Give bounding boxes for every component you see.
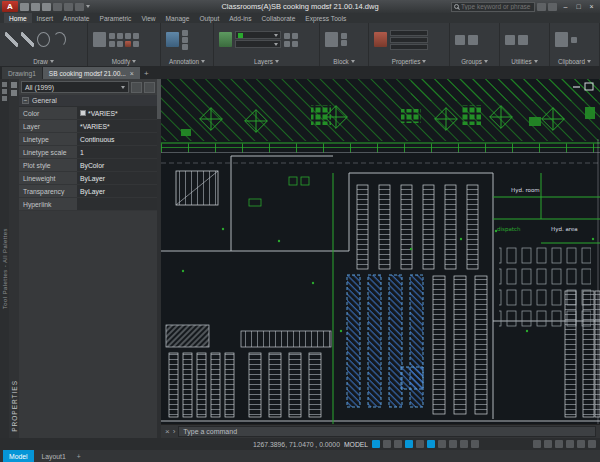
search-box[interactable] [451,2,535,12]
palette-list-icon[interactable] [2,96,7,101]
quick-access-dropdown-icon[interactable] [86,5,90,8]
palette-pin-icon[interactable] [2,82,7,87]
tab-home[interactable]: Home [4,13,32,23]
rotate-tool-icon[interactable] [125,33,131,39]
property-row-color[interactable]: Color *VARIES* [19,107,157,120]
palette-title-bar[interactable]: PROPERTIES [9,79,19,438]
lineweight-toggle-icon[interactable] [460,440,468,448]
move-tool-icon[interactable] [93,32,106,47]
palette-autohide-icon[interactable] [11,82,17,88]
property-row-lineweight[interactable]: Lineweight ByLayer [19,172,157,185]
dynamic-input-toggle-icon[interactable] [449,440,457,448]
clipboard-panel-label[interactable]: Clipboard [550,56,599,66]
dimension-tool-icon[interactable] [182,30,188,36]
modify-panel-label[interactable]: Modify [88,56,160,66]
scale-tool-icon[interactable] [109,41,115,47]
app-menu-button[interactable]: A [2,1,18,12]
palette-properties-icon[interactable] [11,90,17,96]
properties-panel-label[interactable]: Properties [369,56,449,66]
layer-freeze-icon[interactable] [292,33,298,39]
erase-tool-icon[interactable] [125,41,131,47]
property-row-transparency[interactable]: Transparency ByLayer [19,185,157,198]
utilities-panel-label[interactable]: Utilities [500,56,549,66]
layers-panel-label[interactable]: Layers [214,56,319,66]
new-drawing-tab-button[interactable]: + [141,68,152,79]
stretch-tool-icon[interactable] [117,33,123,39]
drawing-canvas[interactable]: Hyd. room dispatch Hyd. area [161,79,600,424]
linetype-dropdown[interactable] [390,37,428,43]
draw-panel-label[interactable]: Draw [0,56,87,66]
tab-addins[interactable]: Add-ins [224,13,256,23]
isolate-objects-icon[interactable] [577,440,585,448]
explode-tool-icon[interactable] [133,41,139,47]
undo-icon[interactable] [64,3,73,11]
quick-properties-icon[interactable] [566,440,574,448]
block-panel-label[interactable]: Block [320,56,368,66]
layer-properties-icon[interactable] [219,32,232,47]
command-line[interactable]: × › Type a command [161,424,600,438]
match-properties-icon[interactable] [374,32,387,47]
property-row-hyperlink[interactable]: Hyperlink [19,198,157,211]
pallet-grid[interactable] [499,247,591,331]
tab-express-tools[interactable]: Express Tools [300,13,351,23]
layout1-tab[interactable]: Layout1 [36,450,72,462]
otrack-toggle-icon[interactable] [438,440,446,448]
copy-tool-icon[interactable] [109,33,115,39]
general-section-header[interactable]: − General [19,95,157,107]
trim-tool-icon[interactable] [117,41,123,47]
layer-lock-icon[interactable] [284,41,290,47]
maximize-button[interactable]: □ [572,1,585,12]
tab-collaborate[interactable]: Collaborate [257,13,301,23]
units-icon[interactable] [555,440,563,448]
line-tool-icon[interactable] [5,32,18,47]
snap-toggle-icon[interactable] [383,440,391,448]
toggle-pickadd-icon[interactable] [131,82,142,93]
open-file-icon[interactable] [31,3,40,11]
model-space-label[interactable]: MODEL [344,441,368,448]
edit-block-icon[interactable] [341,40,347,46]
ungroup-icon[interactable] [468,35,478,45]
command-input[interactable]: Type a command [178,426,596,437]
leader-tool-icon[interactable] [182,37,188,43]
clean-screen-icon[interactable] [588,440,596,448]
sign-in-icon[interactable] [537,3,546,11]
color-dropdown[interactable] [390,30,428,36]
new-layout-icon[interactable]: + [74,453,84,460]
model-tab[interactable]: Model [3,450,34,462]
lineweight-dropdown[interactable] [390,44,428,50]
insert-block-icon[interactable] [325,32,338,47]
redo-icon[interactable] [75,3,84,11]
paste-icon[interactable] [555,32,568,47]
tool-palettes-strip[interactable]: Tool Palettes - All Palettes [0,79,9,438]
property-row-linetype-scale[interactable]: Linetype scale 1 [19,146,157,159]
copy-clip-icon[interactable] [571,37,577,43]
group-icon[interactable] [455,35,465,45]
layer-state-dropdown[interactable] [235,40,281,48]
help-icon[interactable] [548,3,557,11]
quick-select-icon[interactable] [144,82,155,93]
selection-filter-dropdown[interactable]: All (1999) [21,81,129,93]
property-row-linetype[interactable]: Linetype Continuous [19,133,157,146]
quick-select-tool-icon[interactable] [518,35,528,45]
circle-tool-icon[interactable] [37,32,50,47]
tab-view[interactable]: View [136,13,160,23]
search-input[interactable] [461,3,532,10]
table-tool-icon[interactable] [182,44,188,50]
arc-tool-icon[interactable] [53,32,66,47]
layer-off-icon[interactable] [284,33,290,39]
file-tab-drawing1[interactable]: Drawing1 [2,67,42,79]
mirror-tool-icon[interactable] [133,33,139,39]
tab-output[interactable]: Output [194,13,224,23]
annotation-scale-icon[interactable] [533,440,541,448]
isodraft-toggle-icon[interactable] [416,440,424,448]
polyline-tool-icon[interactable] [21,32,34,47]
property-row-layer[interactable]: Layer *VARIES* [19,120,157,133]
save-icon[interactable] [42,3,51,11]
layer-dropdown[interactable] [235,31,281,39]
palette-gear-icon[interactable] [2,89,7,94]
new-file-icon[interactable] [20,3,29,11]
collapse-section-icon[interactable]: − [22,97,29,104]
workspace-switch-icon[interactable] [544,440,552,448]
tab-insert[interactable]: Insert [32,13,59,23]
plot-icon[interactable] [53,3,62,11]
